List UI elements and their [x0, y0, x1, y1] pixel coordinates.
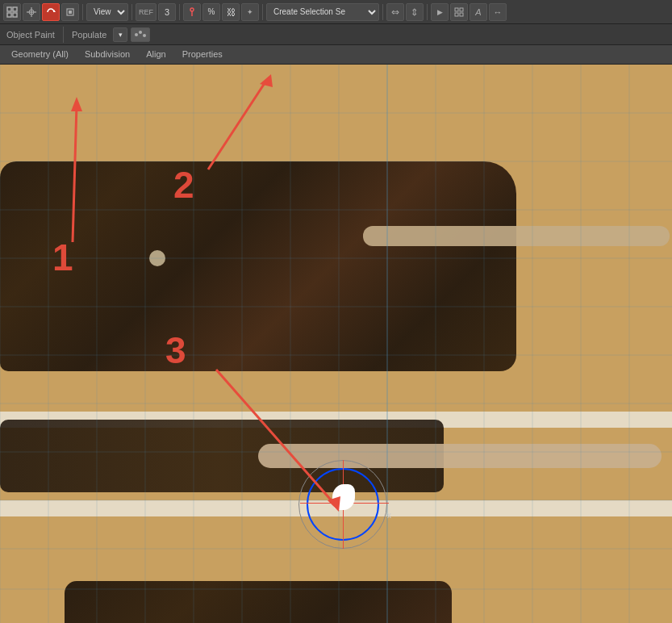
btn-num3[interactable]: 3: [158, 3, 176, 21]
btn-rotate[interactable]: [42, 3, 60, 21]
btn-ref[interactable]: REF: [136, 3, 157, 21]
tab-properties[interactable]: Properties: [174, 48, 231, 62]
tabs-row: Geometry (All) Subdivision Align Propert…: [0, 45, 672, 65]
btn-scale[interactable]: [61, 3, 79, 21]
svg-rect-12: [455, 8, 458, 11]
btn-icon-1[interactable]: [3, 3, 21, 21]
svg-rect-15: [460, 13, 463, 16]
tab-align[interactable]: Align: [138, 48, 173, 62]
sep-t2-1: [63, 27, 64, 43]
sep-4: [262, 4, 263, 20]
view-dropdown[interactable]: View: [86, 3, 128, 21]
btn-measure[interactable]: ↔: [489, 3, 507, 21]
svg-rect-14: [455, 13, 458, 16]
tab-geometry[interactable]: Geometry (All): [3, 48, 77, 62]
fossil-area-3: [65, 581, 452, 623]
btn-snap[interactable]: ✦: [241, 3, 259, 21]
btn-mirror-v[interactable]: ⇔: [406, 3, 424, 21]
svg-point-10: [190, 8, 194, 11]
sep-2: [131, 4, 132, 20]
tab-subdivision[interactable]: Subdivision: [77, 48, 138, 62]
svg-point-17: [139, 31, 142, 34]
populate-options[interactable]: [131, 27, 150, 42]
viewport[interactable]: x 1 2 3: [0, 65, 672, 623]
white-stripe-2: [0, 500, 672, 516]
sep-6: [427, 4, 428, 20]
btn-render[interactable]: ▶: [431, 3, 449, 21]
sep-1: [82, 4, 83, 20]
svg-rect-0: [7, 7, 11, 11]
toolbar-top: View REF 3 % ⛓ ✦ Create Selection Se ⇔ ⇔…: [0, 0, 672, 24]
btn-percent[interactable]: %: [202, 3, 220, 21]
btn-pin[interactable]: [183, 3, 201, 21]
svg-point-16: [135, 33, 138, 36]
btn-link[interactable]: ⛓: [222, 3, 240, 21]
btn-mirror-h[interactable]: ⇔: [386, 3, 404, 21]
btn-grid[interactable]: [450, 3, 468, 21]
populate-dropdown[interactable]: ▾: [113, 27, 127, 42]
sep-5: [382, 4, 383, 20]
svg-rect-9: [69, 10, 72, 14]
btn-crosshair[interactable]: [23, 3, 40, 21]
svg-rect-2: [7, 13, 11, 17]
svg-point-18: [143, 34, 146, 37]
object-paint-label[interactable]: Object Paint: [3, 28, 58, 41]
svg-rect-1: [13, 7, 17, 11]
svg-rect-3: [13, 13, 17, 17]
selection-dropdown[interactable]: Create Selection Se: [266, 3, 379, 21]
fossil-circle: [149, 250, 165, 266]
fossil-object-1: [0, 161, 516, 371]
fossil-stick-2: [363, 226, 670, 246]
sep-3: [179, 4, 180, 20]
fossil-stick-1: [258, 444, 662, 468]
toolbar-second: Object Paint Populate ▾: [0, 24, 672, 45]
svg-rect-13: [460, 8, 463, 11]
populate-label[interactable]: Populate: [69, 28, 110, 41]
btn-text-a[interactable]: A: [470, 3, 487, 21]
